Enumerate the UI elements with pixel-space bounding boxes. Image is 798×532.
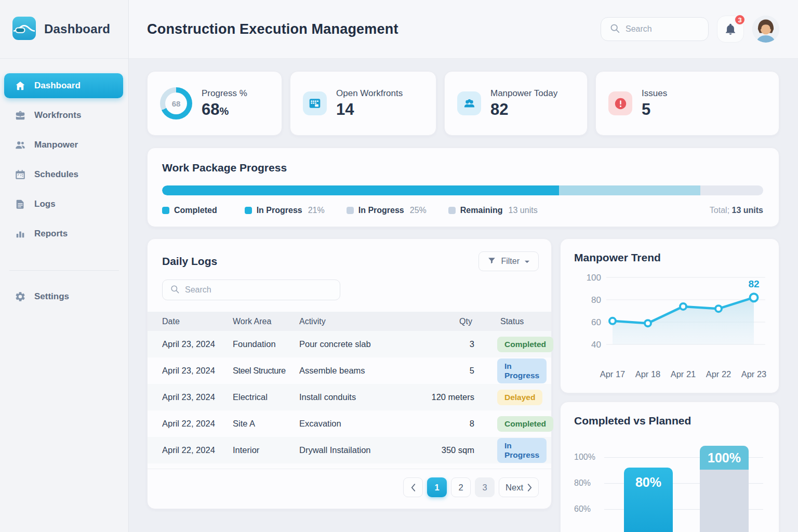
page-title: Construction Execution Management [147,21,398,37]
sidebar-item-label: Workfronts [34,110,81,121]
legend-swatch [347,207,354,214]
column-header-activity: Activity [299,317,427,326]
user-avatar[interactable] [752,16,779,43]
work-package-progress-card: Work Package Progress Completed In Progr… [147,148,779,227]
bar-planned: 100% [700,446,749,532]
work-package-progress-bar [162,185,763,195]
sidebar-item-settings[interactable]: Settings [4,284,123,309]
bar-chart-icon [15,228,26,240]
cell-qty: 3 [427,339,488,349]
svg-text:40: 40 [591,340,601,350]
legend-swatch [245,207,252,214]
brand-title: Dashboard [44,22,110,36]
app-logo-icon [12,17,36,42]
column-header-status: Status [488,317,539,326]
status-badge: In Progress [497,358,547,383]
progress-segment [559,185,700,195]
legend-label: In Progress [257,206,302,215]
sidebar-item-label: Reports [34,229,68,239]
sidebar-item-label: Settings [34,291,69,302]
status-badge: Completed [497,416,553,432]
cell-date: April 22, 2024 [162,419,233,429]
progress-ring-value: 68 [165,92,187,114]
legend-item-completed: Completed [162,206,223,215]
sidebar-item-dashboard[interactable]: Dashboard [4,73,123,98]
table-row: April 23, 2024 Foundation Pour concrete … [148,331,551,357]
sidebar-item-logs[interactable]: Logs [4,192,123,217]
cell-date: April 23, 2024 [162,366,233,376]
cell-work-area: Site A [233,419,299,429]
notifications-button[interactable]: 3 [717,16,744,43]
y-tick-label: 80% [574,478,591,488]
briefcase-icon [15,110,26,121]
sidebar-item-workfronts[interactable]: Workfronts [4,103,123,128]
document-icon [15,198,26,210]
page-button-3[interactable]: 3 [475,477,495,497]
next-page-button[interactable]: Next [499,477,539,497]
svg-text:100: 100 [587,273,601,283]
users-icon [15,139,26,151]
legend-swatch [448,207,456,214]
kpi-unit: % [219,105,229,117]
status-badge: In Progress [497,438,547,463]
global-search[interactable] [601,17,709,41]
completed-vs-planned-card: Completed vs Planned 100%80%60%80%100% C… [560,402,779,532]
work-package-legend: Completed In Progress 21% In Progress 25… [162,206,538,215]
cell-qty: 8 [427,419,488,429]
y-tick-label: 100% [574,453,595,462]
table-row: April 23, 2024 Electrical Install condui… [148,384,551,410]
manpower-trend-title: Manpower Trend [574,251,767,264]
table-header-row: Date Work Area Activity Qty Status [148,312,551,331]
kpi-row: 68 Progress % 68% Open Workfronts 14 [147,71,779,136]
work-package-title: Work Package Progress [162,162,763,174]
chevron-down-icon [524,257,530,266]
filter-button[interactable]: Filter [478,251,539,271]
legend-label: Remaining [460,206,503,215]
logs-search-input[interactable] [185,285,320,295]
manpower-trend-card: Manpower Trend 10080604082Apr 17Apr 18Ap… [560,238,779,393]
brand: Dashboard [0,0,128,59]
kpi-card-open-workfronts: Open Workfronts 14 [290,71,436,136]
legend-item-in-progress-2: In Progress 25% [347,206,427,215]
cell-activity: Drywall Instailation [299,445,427,455]
status-badge: Delayed [497,390,542,405]
sidebar-item-reports[interactable]: Reports [4,221,123,246]
people-icon [457,91,481,115]
svg-text:Apr 18: Apr 18 [635,369,661,379]
legend-item-remaining: Remaining 13 units [448,206,538,215]
prev-page-button[interactable] [403,477,423,497]
pagination: 1 2 3 Next [148,469,551,499]
cell-activity: Pour concrete slab [299,339,427,349]
calendar-grid-icon [303,91,327,115]
column-header-qty: Qty [427,317,488,326]
calendar-icon [15,169,26,180]
sidebar-item-schedules[interactable]: Schedules [4,162,123,187]
bar-completed: 80% [624,468,673,532]
cell-work-area: Electrical [233,392,299,402]
kpi-card-progress: 68 Progress % 68% [147,71,282,136]
svg-text:60: 60 [591,317,601,327]
column-header-date: Date [162,317,233,326]
sidebar-item-manpower[interactable]: Manpower [4,132,123,157]
legend-value: 13 units [509,206,538,215]
funnel-icon [487,256,496,267]
sidebar-item-label: Dashboard [34,81,81,91]
status-badge: Completed [497,337,553,352]
home-icon [15,80,26,91]
search-icon [170,284,180,296]
page-button-1[interactable]: 1 [427,477,447,497]
daily-logs-table: Date Work Area Activity Qty Status April… [148,312,551,463]
table-row: April 22, 2024 Site A Excavation 8 Compl… [148,410,551,437]
search-input[interactable] [626,24,693,34]
logs-search[interactable] [162,280,340,300]
sidebar: Dashboard Dashboard Workfronts Manpower … [0,0,129,532]
cell-work-area: Steel Structure [233,366,299,376]
page-button-2[interactable]: 2 [451,477,471,497]
search-icon [609,23,620,36]
kpi-card-issues: Issues 5 [595,71,779,136]
cell-qty: 5 [427,366,488,376]
next-label: Next [506,483,523,493]
kpi-value: 5 [642,100,667,119]
table-row: April 23, 2024 Steel Structure Assemble … [148,357,551,384]
svg-text:Apr 21: Apr 21 [671,369,696,379]
